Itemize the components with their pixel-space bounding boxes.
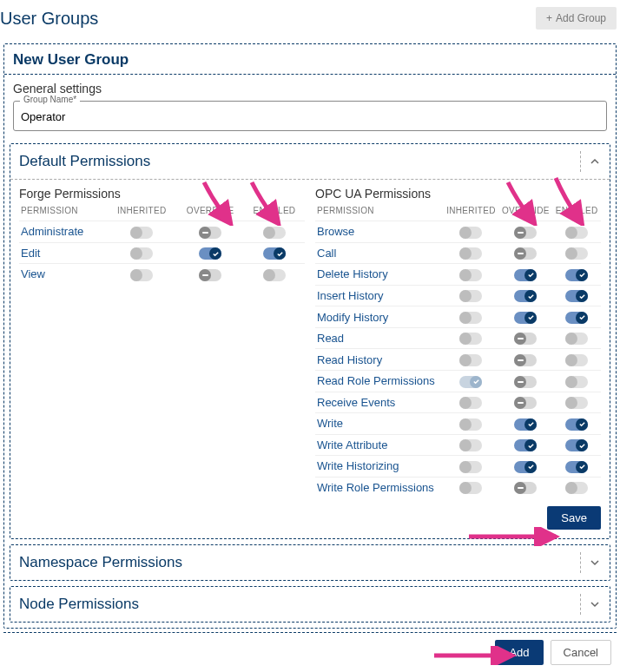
toggle[interactable]: [514, 461, 537, 473]
default-permissions-header[interactable]: Default Permissions: [10, 144, 610, 179]
inherited-cell: [444, 370, 499, 392]
toggle[interactable]: [565, 354, 588, 366]
toggle: [459, 333, 482, 345]
cancel-button[interactable]: Cancel: [551, 640, 611, 665]
override-cell: [176, 242, 244, 264]
toggle[interactable]: [514, 312, 537, 324]
toggle[interactable]: [565, 290, 588, 302]
override-cell: [176, 221, 244, 243]
namespace-permissions-header[interactable]: Namespace Permissions: [10, 545, 610, 580]
toggle[interactable]: [565, 333, 588, 345]
add-button[interactable]: Add: [495, 640, 543, 665]
toggle[interactable]: [263, 227, 286, 239]
col-override: OVERRIDE: [498, 201, 552, 221]
toggle[interactable]: [565, 418, 588, 431]
table-row: View: [19, 264, 305, 285]
enabled-cell: [552, 349, 601, 371]
toggle[interactable]: [263, 269, 286, 281]
forge-permissions-title: Forge Permissions: [19, 187, 305, 201]
permission-name[interactable]: Read Role Permissions: [315, 370, 444, 392]
toggle[interactable]: [565, 439, 588, 451]
enabled-cell: [244, 221, 305, 243]
toggle[interactable]: [514, 439, 537, 451]
permission-name[interactable]: Administrate: [19, 221, 107, 243]
enabled-cell: [552, 242, 601, 264]
toggle[interactable]: [565, 227, 588, 239]
namespace-permissions-title: Namespace Permissions: [19, 554, 182, 571]
override-cell: [498, 477, 552, 497]
toggle[interactable]: [514, 397, 537, 409]
opcua-permissions-title: OPC UA Permissions: [315, 187, 601, 201]
toggle[interactable]: [565, 397, 588, 409]
inherited-cell: [107, 221, 176, 243]
permission-name[interactable]: Call: [315, 242, 444, 264]
table-row: Edit: [19, 242, 305, 264]
toggle[interactable]: [514, 247, 537, 260]
col-enabled: ENABLED: [244, 201, 305, 221]
inherited-cell: [444, 434, 499, 456]
add-group-button[interactable]: + Add Group: [536, 7, 617, 30]
toggle[interactable]: [199, 247, 221, 260]
toggle[interactable]: [514, 418, 537, 431]
toggle[interactable]: [514, 354, 537, 366]
permission-name[interactable]: Write: [315, 413, 444, 435]
toggle: [130, 247, 153, 260]
permission-name[interactable]: Read History: [315, 349, 444, 371]
toggle[interactable]: [565, 247, 588, 260]
namespace-permissions-panel: Namespace Permissions: [10, 544, 610, 581]
permission-name[interactable]: Read: [315, 327, 444, 349]
permission-name[interactable]: Insert History: [315, 285, 444, 306]
permission-name[interactable]: Receive Events: [315, 392, 444, 413]
toggle[interactable]: [514, 269, 537, 281]
toggle[interactable]: [514, 333, 537, 345]
toggle: [459, 418, 482, 431]
chevron-down-icon: [580, 594, 601, 615]
toggle[interactable]: [565, 312, 588, 324]
toggle: [130, 227, 153, 239]
toggle[interactable]: [514, 290, 537, 302]
toggle[interactable]: [514, 227, 537, 239]
permission-name[interactable]: Delete History: [315, 264, 444, 286]
toggle[interactable]: [199, 227, 221, 239]
group-name-input[interactable]: [13, 101, 607, 131]
table-row: Browse: [315, 221, 601, 243]
toggle: [459, 461, 482, 473]
override-cell: [498, 370, 552, 392]
inherited-cell: [444, 242, 499, 264]
toggle[interactable]: [565, 482, 588, 494]
permission-name[interactable]: Write Attribute: [315, 434, 444, 456]
table-row: Call: [315, 242, 601, 264]
toggle[interactable]: [565, 269, 588, 281]
enabled-cell: [552, 413, 601, 435]
toggle[interactable]: [514, 376, 537, 388]
toggle[interactable]: [565, 376, 588, 388]
permission-name[interactable]: Write Role Permissions: [315, 477, 444, 497]
override-cell: [498, 456, 552, 478]
override-cell: [498, 413, 552, 435]
permission-name[interactable]: Browse: [315, 221, 444, 243]
permission-name[interactable]: Write Historizing: [315, 456, 444, 478]
permission-name[interactable]: View: [19, 264, 107, 285]
toggle[interactable]: [514, 482, 537, 494]
toggle[interactable]: [565, 461, 588, 473]
general-settings-label: General settings: [4, 75, 616, 101]
toggle: [459, 482, 482, 494]
enabled-cell: [552, 285, 601, 306]
save-button[interactable]: Save: [547, 506, 601, 530]
override-cell: [498, 392, 552, 413]
inherited-cell: [444, 413, 499, 435]
permission-name[interactable]: Edit: [19, 242, 107, 264]
enabled-cell: [552, 264, 601, 286]
permission-name[interactable]: Modify History: [315, 306, 444, 328]
enabled-cell: [552, 327, 601, 349]
enabled-cell: [244, 264, 305, 285]
toggle[interactable]: [263, 247, 286, 260]
override-cell: [498, 349, 552, 371]
inherited-cell: [444, 477, 499, 497]
toggle: [459, 269, 482, 281]
opcua-permissions-table: PERMISSION INHERITED OVERRIDE ENABLED Br…: [315, 201, 601, 497]
chevron-up-icon: [580, 151, 601, 172]
node-permissions-header[interactable]: Node Permissions: [10, 587, 610, 622]
toggle[interactable]: [199, 269, 221, 281]
new-group-title: New User Group: [4, 44, 616, 75]
